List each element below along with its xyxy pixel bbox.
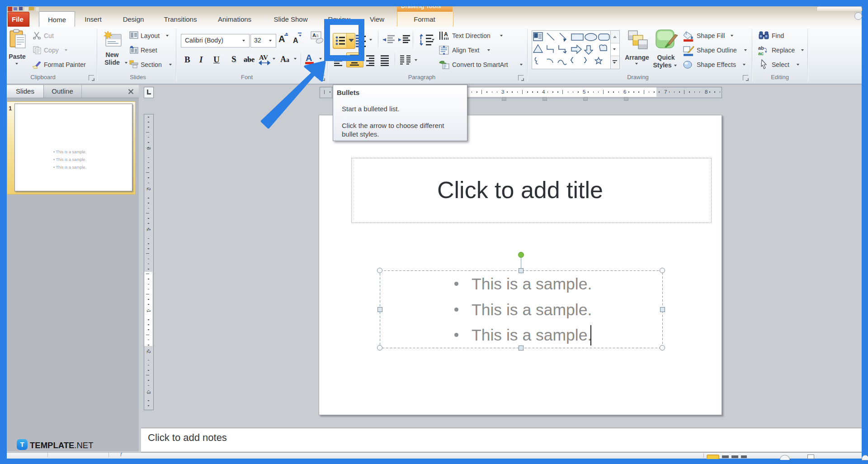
svg-text:A: A bbox=[444, 31, 448, 38]
svg-text:a: a bbox=[316, 33, 319, 38]
svg-text:ab: ab bbox=[758, 45, 764, 51]
svg-text:A: A bbox=[312, 33, 316, 38]
svg-text:ac: ac bbox=[758, 51, 764, 56]
